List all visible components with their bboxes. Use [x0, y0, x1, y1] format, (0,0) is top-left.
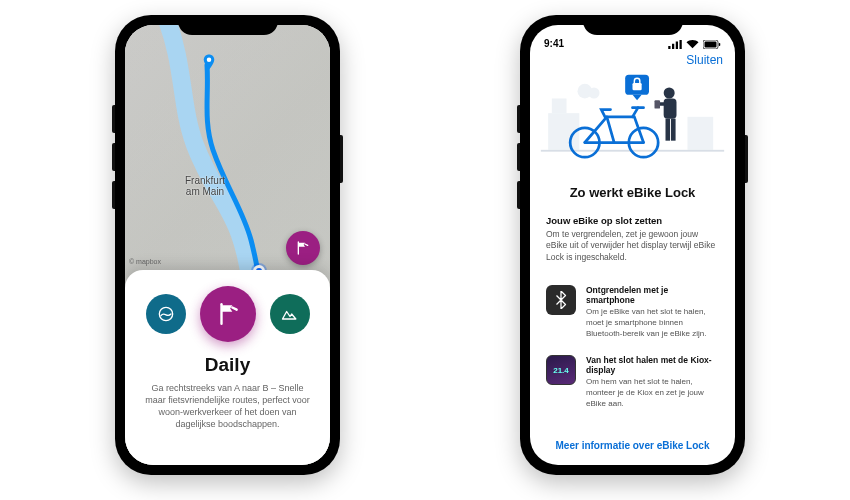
feature-smartphone-unlock: Ontgrendelen met je smartphone Om je eBi… [546, 285, 719, 339]
intro-text: Om te vergrendelen, zet je gewoon jouw e… [546, 229, 719, 263]
status-time: 9:41 [544, 38, 564, 49]
svg-rect-21 [666, 119, 671, 141]
feature1-text: Om je eBike van het slot te halen, moet … [586, 307, 719, 339]
mode-chip-mountain[interactable] [270, 294, 310, 334]
phone-mockup-lock: 9:41 Sluiten [520, 15, 745, 475]
lock-illustration [530, 69, 735, 183]
svg-rect-8 [719, 43, 721, 46]
route-mode-fab[interactable] [286, 231, 320, 265]
route-start-pin-icon [200, 53, 218, 71]
svg-rect-3 [672, 44, 674, 49]
map-attribution: © mapbox [129, 258, 161, 265]
mode-chip-leisure[interactable] [146, 294, 186, 334]
screen-routes: Frankfurt am Main © mapbox [125, 25, 330, 465]
feature2-text: Om hem van het slot te halen, monteer je… [586, 377, 719, 409]
more-info-link[interactable]: Meer informatie over eBike Lock [530, 440, 735, 451]
phone-notch [178, 15, 278, 35]
kiox-display-icon: 21.4 [546, 355, 576, 385]
signal-icon [668, 40, 682, 49]
svg-rect-5 [680, 40, 682, 49]
svg-rect-16 [633, 83, 642, 90]
mode-chip-daily[interactable] [200, 286, 256, 342]
feature1-heading: Ontgrendelen met je smartphone [586, 285, 719, 305]
feature-kiox-unlock: 21.4 Van het slot halen met de Kiox-disp… [546, 355, 719, 409]
flag-icon [295, 240, 311, 256]
intro-heading: Jouw eBike op slot zetten [546, 215, 719, 226]
map-city-label: Frankfurt am Main [185, 175, 225, 197]
bluetooth-icon [546, 285, 576, 315]
feature2-heading: Van het slot halen met de Kiox-display [586, 355, 719, 375]
svg-rect-20 [655, 100, 661, 108]
flag-icon [215, 301, 241, 327]
svg-point-0 [207, 58, 212, 63]
close-button[interactable]: Sluiten [686, 53, 723, 67]
svg-rect-4 [676, 42, 678, 50]
battery-icon [703, 40, 721, 49]
route-mode-sheet: Daily Ga rechtstreeks van A naar B – Sne… [125, 270, 330, 465]
intro-section: Jouw eBike op slot zetten Om te vergrend… [546, 215, 719, 263]
mode-title: Daily [137, 354, 318, 376]
svg-rect-7 [705, 42, 717, 48]
svg-rect-22 [671, 119, 676, 141]
screen-lock-info: 9:41 Sluiten [530, 25, 735, 465]
svg-rect-10 [552, 99, 567, 114]
wifi-icon [686, 40, 699, 49]
svg-point-13 [589, 88, 600, 99]
phone-notch [583, 15, 683, 35]
mountain-icon [280, 304, 300, 324]
mode-description: Ga rechtstreeks van A naar B – Snelle ma… [137, 382, 318, 431]
svg-rect-11 [688, 117, 714, 150]
leisure-icon [156, 304, 176, 324]
svg-point-17 [664, 88, 675, 99]
page-title: Zo werkt eBike Lock [530, 185, 735, 200]
phone-mockup-routes: Frankfurt am Main © mapbox [115, 15, 340, 475]
mode-selector [137, 284, 318, 342]
svg-rect-2 [668, 46, 670, 49]
svg-rect-18 [664, 99, 677, 119]
